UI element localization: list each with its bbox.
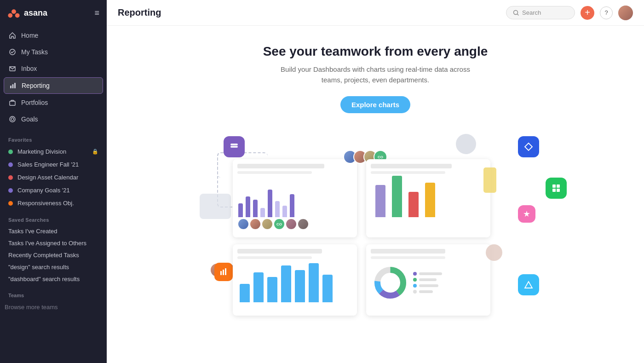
saved-search-tasks-assigned-label: Tasks I've Assigned to Others	[8, 240, 86, 247]
purple-icon-symbol	[229, 141, 240, 152]
favorite-dot	[8, 175, 13, 180]
saved-search-tasks-created[interactable]: Tasks I've Created	[4, 225, 103, 237]
float-icon-green-grid	[546, 178, 567, 199]
home-icon	[8, 31, 17, 40]
asana-logo[interactable]: asana	[7, 6, 47, 19]
search-icon	[513, 10, 519, 16]
svg-rect-14	[223, 270, 224, 275]
svg-rect-21	[557, 184, 560, 188]
hero-title: See your teamwork from every angle	[263, 44, 488, 59]
diamond-icon	[523, 142, 534, 152]
favorite-company-goals-label: Company Goals '21	[17, 187, 70, 194]
favorite-design[interactable]: Design Asset Calendar	[4, 171, 103, 184]
dashboard-card-2	[366, 159, 490, 237]
topbar-right: Search + ?	[506, 6, 633, 20]
asana-logo-icon	[7, 6, 20, 19]
card2-subheader	[371, 171, 445, 174]
float-icon-orange	[214, 263, 233, 281]
ghost-card	[200, 194, 231, 219]
cbar-3	[408, 192, 419, 217]
color-bar-chart	[366, 176, 490, 217]
saved-search-recently-completed[interactable]: Recently Completed Tasks	[4, 249, 103, 261]
dashboard-card-1: CO	[233, 159, 357, 237]
cbar-1	[375, 185, 385, 217]
search-bar[interactable]: Search	[506, 6, 575, 19]
card4-header	[371, 249, 445, 254]
svg-point-0	[12, 9, 16, 14]
saved-search-dashboard-label: "dashboard" search results	[8, 276, 80, 282]
svg-point-2	[15, 13, 20, 18]
card4-subheader	[371, 256, 445, 259]
svg-rect-7	[10, 101, 15, 105]
svg-point-1	[8, 13, 12, 18]
help-button[interactable]: ?	[600, 6, 613, 19]
grid-icon	[551, 183, 562, 194]
svg-rect-12	[230, 144, 238, 145]
saved-search-design-label: "design" search results	[8, 264, 69, 271]
sidebar-nav: Home My Tasks Inbox Reporting	[0, 26, 107, 130]
explore-charts-button[interactable]: Explore charts	[340, 96, 410, 113]
bbar-7	[322, 275, 333, 302]
favorite-marketing-label: Marketing Division	[17, 148, 66, 155]
svg-rect-13	[220, 271, 222, 275]
bbar-5	[295, 270, 305, 302]
svg-rect-4	[10, 86, 12, 88]
portfolios-icon	[8, 98, 17, 107]
hero-subtitle: Build your Dashboards with charts using …	[279, 64, 472, 85]
svg-point-8	[10, 116, 15, 122]
sidebar: asana ≡ Home My Tasks Inbox	[0, 0, 107, 363]
favorite-dot	[8, 188, 13, 193]
saved-search-tasks-assigned[interactable]: Tasks I've Assigned to Others	[4, 237, 103, 249]
ghost-avatar-tr	[456, 134, 476, 154]
sidebar-item-goals-label: Goals	[21, 115, 38, 123]
favorite-responsiveness[interactable]: Responsiveness Obj.	[4, 197, 103, 209]
favorite-sales[interactable]: Sales Engineer Fall '21	[4, 158, 103, 171]
user-avatar[interactable]	[618, 6, 633, 20]
triangle-icon	[523, 280, 534, 290]
inbox-icon	[8, 64, 17, 73]
svg-rect-11	[230, 146, 238, 148]
sidebar-item-home-label: Home	[21, 32, 38, 39]
donut-chart-area	[366, 261, 490, 305]
mini-avatar-1	[238, 219, 248, 229]
bbar-1	[240, 284, 250, 302]
card1-subheader	[237, 171, 312, 174]
sidebar-item-reporting[interactable]: Reporting	[4, 77, 103, 94]
sidebar-item-goals[interactable]: Goals	[4, 111, 103, 127]
mini-avatar-2	[250, 219, 260, 229]
favorite-design-label: Design Asset Calendar	[17, 174, 78, 181]
legend-bar-3	[419, 284, 438, 287]
card3-header	[237, 249, 322, 254]
bbar-2	[253, 272, 264, 302]
sidebar-item-home[interactable]: Home	[4, 28, 103, 43]
mini-avatar-5	[286, 219, 296, 229]
sidebar-item-portfolios[interactable]: Portfolios	[4, 95, 103, 110]
hamburger-icon[interactable]: ≡	[94, 8, 99, 18]
legend-row-3	[413, 284, 442, 288]
sidebar-item-my-tasks[interactable]: My Tasks	[4, 44, 103, 60]
ghost-avatar-rb	[486, 244, 502, 261]
browse-more-teams[interactable]: Browse more teams	[0, 301, 107, 313]
sidebar-item-my-tasks-label: My Tasks	[21, 48, 48, 56]
yellow-card	[483, 167, 496, 193]
saved-search-dashboard[interactable]: "dashboard" search results	[4, 273, 103, 285]
teams-label: Teams	[0, 285, 107, 301]
bbar-3	[267, 277, 277, 302]
favorite-company-goals[interactable]: Company Goals '21	[4, 184, 103, 196]
svg-point-3	[10, 49, 15, 55]
sidebar-item-inbox[interactable]: Inbox	[4, 61, 103, 76]
float-icon-cyan-triangle	[518, 274, 539, 295]
mini-avatar-co: CO	[274, 219, 284, 229]
favorite-marketing[interactable]: Marketing Division 🔒	[4, 145, 103, 158]
add-button[interactable]: +	[581, 6, 594, 20]
legend-dot-4	[413, 290, 417, 294]
favorite-dot	[8, 162, 13, 167]
bar-chart-1	[233, 176, 357, 217]
cbar-2	[392, 176, 402, 217]
legend-dot-2	[413, 278, 417, 282]
sidebar-header: asana ≡	[0, 0, 107, 26]
saved-search-design[interactable]: "design" search results	[4, 261, 103, 273]
sidebar-item-inbox-label: Inbox	[21, 65, 37, 72]
search-placeholder: Search	[522, 9, 541, 16]
legend-dot-1	[413, 272, 417, 276]
